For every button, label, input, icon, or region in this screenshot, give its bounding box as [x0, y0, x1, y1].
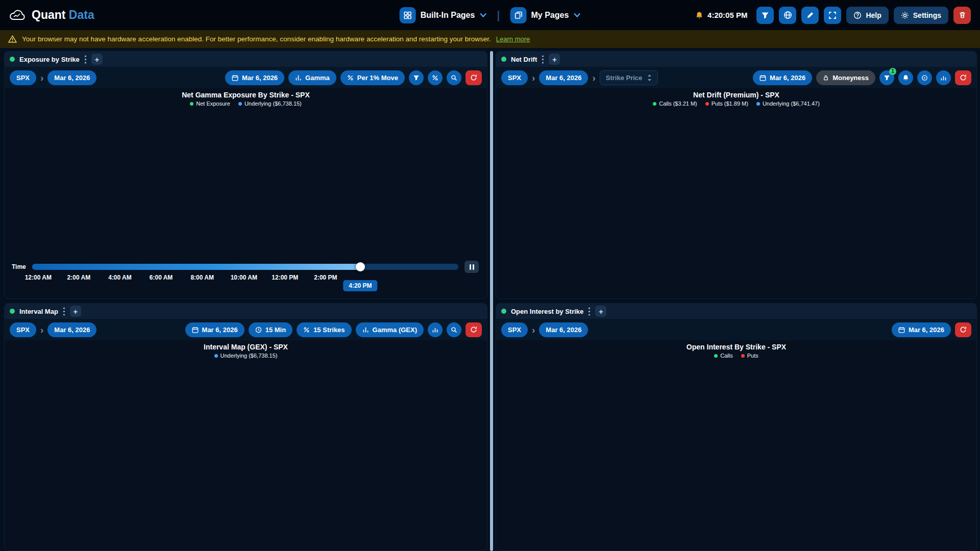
bar-chart-icon — [362, 327, 369, 333]
histogram-button[interactable] — [936, 70, 951, 85]
percent-toggle-button[interactable] — [428, 70, 443, 85]
warning-icon — [8, 35, 17, 43]
app: Quant Data Built-In Pages | My Pages — [0, 0, 980, 551]
chart-title: Net Drift (Premium) - SPX — [496, 91, 976, 99]
chevron-right-icon: › — [532, 325, 535, 335]
my-pages-dropdown[interactable]: My Pages — [510, 7, 581, 23]
chart-title: Interval Map (GEX) - SPX — [5, 343, 487, 351]
strikes-button[interactable]: 15 Strikes — [297, 322, 351, 337]
brand-logo[interactable]: Quant Data — [9, 8, 94, 22]
date-label: Mar 6, 2026 — [770, 74, 805, 82]
pause-button[interactable] — [464, 261, 479, 273]
date-breadcrumb-button[interactable]: Mar 6, 2026 — [539, 322, 588, 337]
date-breadcrumb-button[interactable]: Mar 6, 2026 — [47, 322, 96, 337]
kebab-menu-icon[interactable] — [588, 307, 591, 316]
bar-chart-icon — [295, 74, 302, 81]
date-label: Mar 6, 2026 — [909, 326, 944, 334]
panel-toolbar: SPX › Mar 6, 2026 Mar 6, 2026 15 Min — [5, 319, 487, 340]
slider-tick-label: 12:00 AM — [25, 274, 52, 281]
date-picker-button[interactable]: Mar 6, 2026 — [753, 70, 812, 85]
add-tab-button[interactable]: + — [595, 306, 606, 317]
symbol-button[interactable]: SPX — [501, 322, 528, 337]
help-button[interactable]: Help — [846, 7, 888, 24]
globe-button[interactable] — [779, 7, 796, 24]
mode-label: Per 1% Move — [357, 74, 398, 82]
add-tab-button[interactable]: + — [70, 306, 81, 317]
refresh-button[interactable] — [465, 70, 482, 85]
metric-button[interactable]: Gamma (GEX) — [356, 322, 424, 337]
filter-button[interactable]: 1 — [879, 70, 894, 85]
net-drift-chart[interactable] — [496, 107, 976, 298]
learn-more-link[interactable]: Learn more — [496, 35, 530, 43]
histogram-button[interactable] — [428, 322, 443, 337]
legend-item[interactable]: Puts — [741, 353, 758, 359]
legend-item[interactable]: Underlying ($6,741.47) — [756, 101, 820, 107]
date-picker-button[interactable]: Mar 6, 2026 — [225, 70, 284, 85]
date-label: Mar 6, 2026 — [54, 326, 90, 334]
slider-knob[interactable] — [356, 262, 365, 271]
calendar-icon — [760, 74, 766, 81]
legend-item[interactable]: Net Exposure — [190, 101, 230, 107]
chevron-right-icon: › — [592, 73, 595, 83]
column-scrollbar[interactable] — [490, 51, 493, 551]
strike-select-label: Strike Price — [606, 74, 643, 82]
hardware-acceleration-banner: Your browser may not have hardware accel… — [0, 30, 980, 48]
strike-price-select[interactable]: Strike Price — [600, 70, 658, 85]
legend-item[interactable]: Underlying ($6,738.15) — [214, 353, 278, 359]
date-picker-button[interactable]: Mar 6, 2026 — [185, 322, 244, 337]
kebab-menu-icon[interactable] — [542, 55, 544, 64]
settings-button[interactable]: Settings — [894, 7, 948, 24]
gear-icon — [901, 11, 909, 19]
legend-label: Underlying ($6,741.47) — [763, 101, 820, 107]
alerts-button[interactable] — [898, 70, 913, 85]
refresh-button[interactable] — [465, 322, 482, 337]
date-breadcrumb-button[interactable]: Mar 6, 2026 — [539, 70, 588, 85]
globe-icon — [783, 11, 792, 19]
moneyness-button[interactable]: Moneyness — [816, 70, 875, 85]
target-levels-button[interactable] — [917, 70, 932, 85]
zoom-button[interactable] — [447, 322, 461, 337]
date-label: Mar 6, 2026 — [202, 326, 238, 334]
date-breadcrumb-button[interactable]: Mar 6, 2026 — [47, 70, 96, 85]
time-slider[interactable]: 12:00 AM2:00 AM4:00 AM6:00 AM8:00 AM10:0… — [32, 264, 458, 270]
refresh-button[interactable] — [955, 322, 971, 337]
slider-tick-label: 8:00 AM — [190, 274, 214, 281]
symbol-button[interactable]: SPX — [10, 322, 36, 337]
slider-tick-label: 10:00 AM — [231, 274, 257, 281]
moneyness-label: Moneyness — [832, 74, 869, 82]
filter-icon — [761, 11, 769, 19]
kebab-menu-icon[interactable] — [84, 55, 87, 64]
symbol-button[interactable]: SPX — [10, 70, 36, 85]
legend-item[interactable]: Calls ($3.21 M) — [653, 101, 697, 107]
filter-button[interactable] — [409, 70, 424, 85]
symbol-label: SPX — [508, 326, 521, 334]
built-in-pages-dropdown[interactable]: Built-In Pages — [400, 7, 487, 23]
delete-button[interactable] — [953, 7, 971, 24]
legend-item[interactable]: Calls — [714, 353, 732, 359]
zoom-button[interactable] — [447, 70, 461, 85]
interval-map-chart[interactable] — [5, 359, 487, 550]
dashboard-grid: Exposure by Strike + SPX › Mar 6, 2026 M… — [0, 48, 980, 551]
interval-button[interactable]: 15 Min — [249, 322, 292, 337]
symbol-button[interactable]: SPX — [501, 70, 528, 85]
symbol-label: SPX — [16, 74, 30, 82]
legend-item[interactable]: Puts ($1.89 M) — [705, 101, 748, 107]
metric-button[interactable]: Gamma — [288, 70, 336, 85]
metric-label: Gamma — [305, 74, 330, 82]
filter-button[interactable] — [756, 7, 774, 24]
open-interest-chart[interactable] — [496, 359, 976, 550]
panel-header: Net Drift + — [496, 52, 976, 67]
date-picker-button[interactable]: Mar 6, 2026 — [892, 322, 951, 337]
panel-header: Open Interest by Strike + — [496, 304, 976, 319]
fullscreen-button[interactable] — [824, 7, 841, 24]
refresh-button[interactable] — [955, 70, 971, 85]
date-label: Mar 6, 2026 — [546, 74, 581, 82]
edit-button[interactable] — [801, 7, 819, 24]
add-tab-button[interactable]: + — [91, 54, 103, 65]
kebab-menu-icon[interactable] — [63, 307, 65, 316]
refresh-icon — [470, 326, 477, 333]
add-tab-button[interactable]: + — [549, 54, 560, 65]
gamma-exposure-chart[interactable] — [5, 107, 487, 257]
mode-button[interactable]: Per 1% Move — [340, 70, 405, 85]
legend-item[interactable]: Underlying ($6,738.15) — [238, 101, 302, 107]
